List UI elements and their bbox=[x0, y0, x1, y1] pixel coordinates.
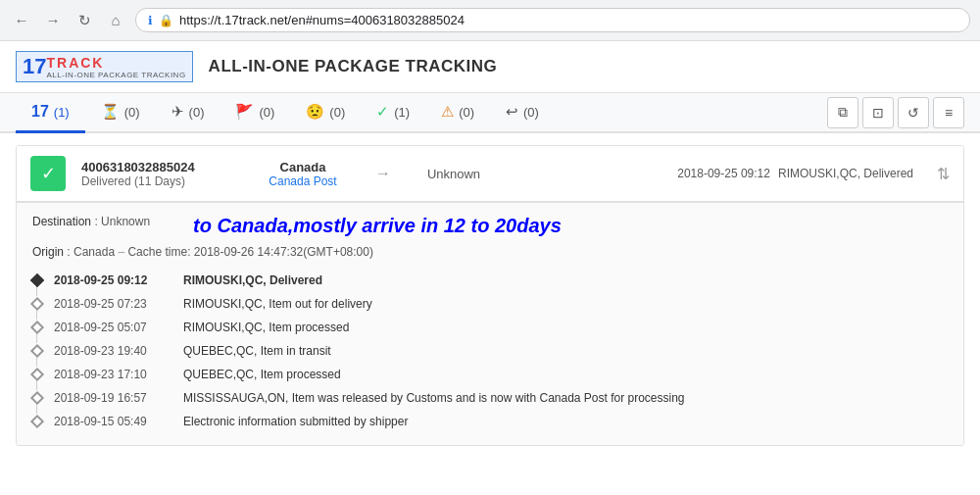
promo-text: to Canada,mostly arrive in 12 to 20days bbox=[193, 215, 562, 237]
logo-subtitle: ALL-IN-ONE PACKAGE TRACKING bbox=[46, 71, 185, 79]
logo-track: TRACK bbox=[46, 55, 104, 71]
tab-delivered-icon: ✓ bbox=[376, 103, 389, 121]
site-header: 17 TRACK ALL-IN-ONE PACKAGE TRACKING ALL… bbox=[0, 41, 980, 93]
tabs-bar: 17 (1) ⏳ (0) ✈ (0) 🚩 (0) 😟 (0) ✓ (1) ⚠ (… bbox=[0, 93, 980, 133]
origin-meta: Origin : Canada – Cache time: 2018-09-26… bbox=[32, 245, 948, 259]
check-icon: ✓ bbox=[41, 163, 56, 184]
tracking-card: ✓ 4006318032885024 Delivered (11 Days) C… bbox=[16, 145, 964, 446]
address-bar[interactable]: ℹ 🔒 https://t.17track.net/en#nums=400631… bbox=[135, 8, 970, 32]
event-dot bbox=[30, 368, 44, 381]
event-time: 2018-09-25 07:23 bbox=[54, 297, 172, 311]
event-time: 2018-09-25 05:07 bbox=[54, 321, 172, 334]
timeline-info: 2018-09-25 09:12 RIMOUSKI,QC, Delivered bbox=[677, 167, 913, 180]
event-time: 2018-09-19 16:57 bbox=[54, 391, 172, 405]
copy-button[interactable]: ⧉ bbox=[827, 97, 858, 128]
tracking-summary: ✓ 4006318032885024 Delivered (11 Days) C… bbox=[17, 146, 963, 202]
event-description: RIMOUSKI,QC, Item out for delivery bbox=[183, 297, 372, 311]
event-time: 2018-09-25 09:12 bbox=[54, 273, 172, 287]
tab-pickup-count: (0) bbox=[259, 105, 274, 120]
event-time: 2018-09-23 19:40 bbox=[54, 344, 172, 358]
event-row: 2018-09-15 05:49Electronic information s… bbox=[32, 410, 948, 433]
event-row: 2018-09-23 19:40QUEBEC,QC, Item in trans… bbox=[32, 339, 948, 363]
cache-time: 2018-09-26 14:47:32(GMT+08:00) bbox=[194, 245, 373, 259]
tab-pending[interactable]: ⏳ (0) bbox=[85, 93, 156, 133]
event-dot bbox=[30, 273, 44, 287]
destination-meta: Destination : Unknown bbox=[32, 215, 150, 237]
carrier-country: Canada bbox=[254, 160, 352, 174]
tabs-actions: ⧉ ⊡ ↺ ≡ bbox=[827, 97, 964, 128]
refresh-button[interactable]: ↻ bbox=[73, 9, 96, 32]
event-description: MISSISSAUGA,ON, Item was released by Cus… bbox=[183, 391, 685, 405]
event-row: 2018-09-25 09:12RIMOUSKI,QC, Delivered bbox=[32, 269, 948, 292]
events-list: 2018-09-25 09:12RIMOUSKI,QC, Delivered20… bbox=[32, 269, 948, 433]
destination-value: Unknown bbox=[101, 215, 150, 228]
arrow-icon: → bbox=[375, 165, 391, 182]
forward-button[interactable]: → bbox=[41, 9, 65, 32]
event-dot bbox=[30, 321, 44, 334]
browser-chrome: ← → ↻ ⌂ ℹ 🔒 https://t.17track.net/en#num… bbox=[0, 0, 980, 41]
tab-transit[interactable]: ✈ (0) bbox=[156, 93, 220, 133]
tab-pickup-icon: 🚩 bbox=[235, 103, 254, 121]
tab-returned[interactable]: ↩ (0) bbox=[490, 93, 555, 133]
tab-delivered-count: (1) bbox=[394, 105, 410, 120]
tab-pending-count: (0) bbox=[124, 105, 140, 120]
logo-number: 17 bbox=[23, 54, 46, 79]
event-description: Electronic information submitted by ship… bbox=[183, 415, 408, 428]
tab-transit-count: (0) bbox=[189, 105, 205, 120]
tab-alert-icon: ⚠ bbox=[441, 103, 454, 121]
event-time: 2018-09-23 17:10 bbox=[54, 368, 172, 381]
tab-all-icon: 17 bbox=[31, 103, 49, 121]
event-description: QUEBEC,QC, Item processed bbox=[183, 368, 341, 381]
origin-value: Canada bbox=[74, 245, 115, 259]
destination-text: Unknown bbox=[415, 167, 493, 181]
tab-returned-count: (0) bbox=[523, 105, 539, 120]
event-row: 2018-09-25 07:23RIMOUSKI,QC, Item out fo… bbox=[32, 292, 948, 316]
tracking-number[interactable]: 4006318032885024 bbox=[81, 160, 238, 174]
last-update-time: 2018-09-25 09:12 bbox=[677, 167, 770, 180]
tab-undelivered[interactable]: 😟 (0) bbox=[290, 93, 361, 133]
tab-delivered[interactable]: ✓ (1) bbox=[361, 93, 425, 133]
back-button[interactable]: ← bbox=[10, 9, 33, 32]
main-content: ✓ 4006318032885024 Delivered (11 Days) C… bbox=[0, 133, 980, 458]
refresh-all-button[interactable]: ↺ bbox=[898, 97, 929, 128]
tab-undelivered-count: (0) bbox=[329, 105, 345, 120]
tab-undelivered-icon: 😟 bbox=[306, 103, 324, 121]
tab-all[interactable]: 17 (1) bbox=[16, 93, 85, 133]
event-row: 2018-09-25 05:07RIMOUSKI,QC, Item proces… bbox=[32, 316, 948, 339]
event-dot bbox=[30, 391, 44, 405]
cache-label: Cache time: bbox=[127, 245, 190, 259]
lock-icon: 🔒 bbox=[159, 14, 173, 27]
event-description: RIMOUSKI,QC, Item processed bbox=[183, 321, 349, 334]
expand-button[interactable]: ⇅ bbox=[937, 165, 950, 183]
site-title: ALL-IN-ONE PACKAGE TRACKING bbox=[209, 57, 498, 76]
carrier-info: Canada Canada Post bbox=[254, 160, 352, 188]
logo-box: 17 TRACK ALL-IN-ONE PACKAGE TRACKING bbox=[16, 51, 193, 82]
tab-transit-icon: ✈ bbox=[172, 103, 184, 121]
event-description: QUEBEC,QC, Item in transit bbox=[183, 344, 331, 358]
origin-label: Origin bbox=[32, 245, 64, 259]
tab-returned-icon: ↩ bbox=[506, 103, 518, 121]
home-button[interactable]: ⌂ bbox=[104, 9, 127, 32]
tab-pickup[interactable]: 🚩 (0) bbox=[220, 93, 290, 133]
logo-area: 17 TRACK ALL-IN-ONE PACKAGE TRACKING bbox=[16, 51, 193, 82]
carrier-name-link[interactable]: Canada Post bbox=[254, 174, 352, 188]
tracking-detail: Destination : Unknown to Canada,mostly a… bbox=[17, 202, 963, 445]
archive-button[interactable]: ⊡ bbox=[862, 97, 894, 128]
tab-all-count: (1) bbox=[54, 105, 70, 120]
url-text: https://t.17track.net/en#nums=4006318032… bbox=[179, 13, 465, 27]
event-time: 2018-09-15 05:49 bbox=[54, 415, 172, 428]
destination-label: Destination bbox=[32, 215, 91, 228]
tab-pending-icon: ⏳ bbox=[101, 103, 120, 121]
tracking-status: Delivered (11 Days) bbox=[81, 174, 238, 188]
menu-button[interactable]: ≡ bbox=[933, 97, 964, 128]
detail-meta: Destination : Unknown to Canada,mostly a… bbox=[32, 215, 948, 237]
event-dot bbox=[30, 344, 44, 358]
tab-alert[interactable]: ⚠ (0) bbox=[425, 93, 490, 133]
last-update-location: RIMOUSKI,QC, Delivered bbox=[778, 167, 913, 180]
destination-info: Unknown bbox=[415, 167, 493, 181]
event-description: RIMOUSKI,QC, Delivered bbox=[183, 273, 322, 287]
status-icon: ✓ bbox=[30, 156, 66, 191]
info-icon: ℹ bbox=[148, 14, 153, 27]
tracking-number-info: 4006318032885024 Delivered (11 Days) bbox=[81, 160, 238, 188]
event-dot bbox=[30, 415, 44, 428]
